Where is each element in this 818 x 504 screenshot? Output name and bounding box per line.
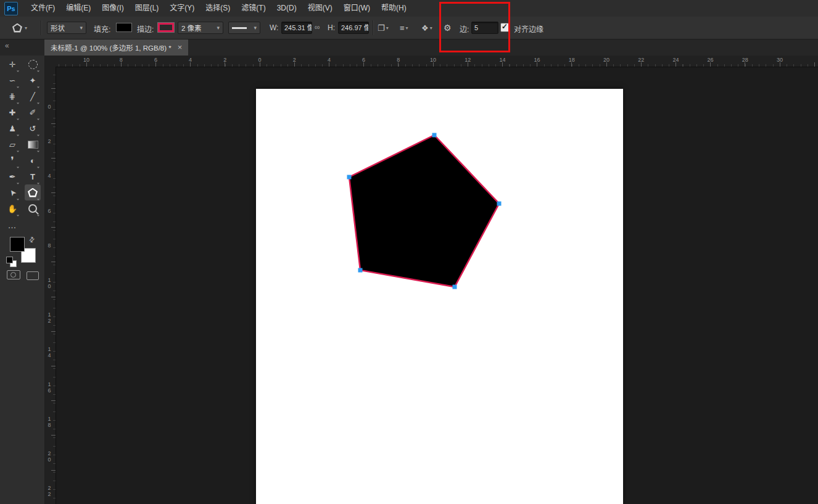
- brush-tool[interactable]: ✐: [25, 104, 41, 120]
- align-edges-label: 对齐边缘: [514, 23, 543, 34]
- dodge-tool-icon: ◐: [30, 157, 35, 165]
- history-brush-tool[interactable]: ↺: [25, 120, 41, 136]
- eraser-tool[interactable]: ▱: [4, 136, 20, 152]
- ruler-label: 6: [46, 208, 52, 214]
- dodge-tool[interactable]: ◐: [25, 152, 41, 168]
- clone-stamp-tool[interactable]: ♟: [4, 120, 20, 136]
- menu-item[interactable]: 编辑(E): [60, 0, 96, 17]
- menu-item[interactable]: 帮助(H): [376, 0, 412, 17]
- type-tool[interactable]: T: [25, 168, 41, 184]
- ruler-label: 0: [258, 57, 261, 63]
- collapse-panels-icon[interactable]: «: [5, 41, 9, 50]
- ruler-label: 4: [189, 57, 192, 63]
- ruler-horizontal[interactable]: 108642024681012141618202224262830: [56, 56, 818, 67]
- quick-mask-button[interactable]: [7, 270, 20, 279]
- pen-tool-icon: ✒: [9, 173, 16, 181]
- menu-item[interactable]: 视图(V): [302, 0, 338, 17]
- width-label: W:: [270, 23, 278, 32]
- menu-item[interactable]: 窗口(W): [338, 0, 376, 17]
- swap-colors-icon[interactable]: ⇄: [27, 235, 37, 245]
- ruler-label: 0: [46, 104, 52, 110]
- ruler-label: 14: [499, 57, 505, 63]
- ruler-label: 30: [777, 57, 783, 63]
- document-tab[interactable]: 未标题-1 @ 100% (多边形 1, RGB/8) * ×: [44, 39, 188, 56]
- eyedropper-tool[interactable]: ╱: [25, 88, 41, 104]
- stroke-type-select[interactable]: ▾: [228, 22, 260, 34]
- lasso-tool[interactable]: ∽: [4, 72, 20, 88]
- ruler-label: 12: [46, 312, 52, 324]
- path-operations-button[interactable]: ❐ ▾: [378, 22, 389, 33]
- tool-mode-select[interactable]: 形状 ▾: [47, 22, 86, 34]
- healing-brush-tool[interactable]: ✚: [4, 104, 20, 120]
- ruler-label: 2: [46, 138, 52, 144]
- chevron-down-icon: ▾: [76, 25, 83, 31]
- stroke-width-value: 2 像素: [181, 23, 202, 33]
- ruler-label: 10: [430, 57, 436, 63]
- stroke-width-select[interactable]: 2 像素 ▾: [178, 22, 223, 34]
- quick-selection-tool-icon: ✦: [30, 76, 36, 85]
- ruler-label: 10: [46, 277, 52, 289]
- screen-mode-button[interactable]: [27, 271, 39, 280]
- path-alignment-icon: ≡: [400, 23, 405, 33]
- ruler-label: 8: [46, 242, 52, 249]
- ruler-label: 16: [46, 381, 52, 394]
- document-canvas[interactable]: [256, 89, 623, 504]
- menu-item[interactable]: 文件(F): [25, 0, 60, 17]
- menu-item[interactable]: 图像(I): [96, 0, 129, 17]
- quick-selection-tool[interactable]: ✦: [25, 72, 41, 88]
- annotation-rectangle: [439, 2, 510, 52]
- more-tools-button[interactable]: …: [4, 217, 20, 233]
- blur-tool[interactable]: ❜: [4, 152, 20, 168]
- ruler-label: 8: [397, 57, 400, 63]
- chevron-down-icon: ▾: [213, 25, 220, 31]
- ruler-label: 4: [46, 173, 52, 179]
- zoom-tool-icon: [28, 204, 37, 213]
- ruler-label: 20: [46, 450, 52, 463]
- ruler-vertical[interactable]: 0246810121416182022: [44, 67, 56, 504]
- foreground-color-swatch[interactable]: [10, 237, 25, 252]
- tool-preset-button[interactable]: ▾: [4, 20, 36, 36]
- stroke-label: 描边:: [137, 23, 154, 34]
- ruler-major-ticks: [56, 62, 818, 67]
- separator: [373, 20, 373, 35]
- gradient-tool[interactable]: [25, 136, 41, 152]
- menu-item[interactable]: 3D(D): [271, 0, 302, 17]
- polygon-tool[interactable]: [25, 184, 41, 200]
- crop-tool-icon: ⋕: [9, 93, 16, 101]
- fill-swatch[interactable]: [116, 23, 132, 32]
- eyedropper-tool-icon: ╱: [30, 93, 35, 101]
- path-arrangement-button[interactable]: ❖ ▾: [421, 22, 432, 33]
- stroke-swatch[interactable]: [158, 23, 174, 32]
- elliptical-marquee-tool[interactable]: [25, 56, 41, 72]
- photoshop-logo: Ps: [4, 2, 18, 15]
- tool-mode-value: 形状: [51, 23, 65, 33]
- default-colors-icon[interactable]: [6, 257, 13, 263]
- ruler-label: 26: [708, 57, 714, 63]
- ruler-label: 10: [83, 57, 89, 63]
- menu-item[interactable]: 文字(Y): [164, 0, 200, 17]
- zoom-tool[interactable]: [25, 200, 41, 217]
- ruler-label: 28: [742, 57, 748, 63]
- eraser-tool-icon: ▱: [9, 141, 15, 149]
- path-selection-tool[interactable]: ➤: [4, 184, 20, 200]
- ruler-label: 16: [534, 57, 540, 63]
- menu-item[interactable]: 选择(S): [200, 0, 236, 17]
- ruler-label: 2: [293, 57, 296, 63]
- crop-tool[interactable]: ⋕: [4, 88, 20, 104]
- ruler-corner: [44, 56, 56, 67]
- link-dimensions-icon[interactable]: ∞: [315, 23, 320, 31]
- ruler-label: 22: [46, 485, 52, 497]
- tool-grid: ✛∽✦⋕╱✚✐♟↺▱❜◐✒T➤✋: [0, 56, 44, 217]
- ruler-label: 4: [328, 57, 331, 63]
- menu-item[interactable]: 滤镜(T): [236, 0, 271, 17]
- path-alignment-button[interactable]: ≡ ▾: [400, 22, 408, 33]
- healing-brush-tool-icon: ✚: [9, 109, 16, 117]
- close-tab-button[interactable]: ×: [178, 43, 183, 52]
- ruler-label: 12: [465, 57, 471, 63]
- move-tool[interactable]: ✛: [4, 56, 20, 72]
- pen-tool[interactable]: ✒: [4, 168, 20, 184]
- menu-item[interactable]: 图层(L): [130, 0, 165, 17]
- hand-tool[interactable]: ✋: [4, 200, 20, 217]
- shape-height-input[interactable]: 246.97 像素: [338, 22, 369, 34]
- shape-width-input[interactable]: 245.31 像素: [281, 22, 312, 34]
